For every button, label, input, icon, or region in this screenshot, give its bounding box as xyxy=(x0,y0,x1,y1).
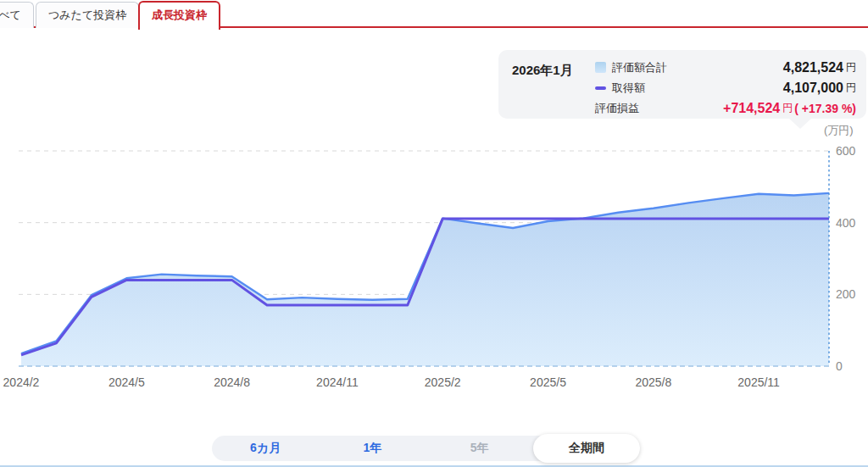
y-axis-label: 600 xyxy=(836,144,856,158)
y-axis-label: 200 xyxy=(836,287,856,301)
profit-unit: 円 xyxy=(782,101,793,115)
tooltip-rows: 評価額合計 4,821,524 円 取得額 4,107,000 円 評価損益 +… xyxy=(595,58,856,120)
cost-swatch-icon xyxy=(595,86,606,90)
profit-value: +714,524 xyxy=(723,101,780,116)
valuation-unit: 円 xyxy=(846,60,856,75)
x-axis-label: 2025/5 xyxy=(530,375,566,389)
x-axis-label: 2025/8 xyxy=(635,375,671,389)
period-6months[interactable]: 6カ月 xyxy=(212,436,319,461)
cost-value: 4,107,000 xyxy=(783,81,843,96)
period-all[interactable]: 全期間 xyxy=(533,436,640,461)
chart-tooltip: 2026年1月 評価額合計 4,821,524 円 取得額 4,107,000 … xyxy=(498,50,866,119)
profit-percent: ( +17.39 %) xyxy=(794,102,856,115)
x-axis-label: 2024/11 xyxy=(316,375,359,389)
x-axis-label: 2024/5 xyxy=(108,375,145,389)
tooltip-row-cost: 取得額 4,107,000 円 xyxy=(595,79,856,97)
cost-label: 取得額 xyxy=(612,81,645,96)
period-selector: 6カ月 1年 5年 全期間 xyxy=(212,436,640,461)
x-axis-label: 2025/11 xyxy=(737,375,780,389)
valuation-swatch-icon xyxy=(595,62,606,73)
x-axis-label: 2024/8 xyxy=(214,375,250,389)
period-5years[interactable]: 5年 xyxy=(426,436,533,461)
profit-label: 評価損益 xyxy=(595,101,639,116)
y-axis-label: 0 xyxy=(836,359,843,373)
valuation-value: 4,821,524 xyxy=(783,60,843,75)
tooltip-row-valuation: 評価額合計 4,821,524 円 xyxy=(595,58,856,76)
page: すべて つみたて投資枠 成長投資枠 (万円)02004006002024/220… xyxy=(0,0,868,467)
x-axis-label: 2024/2 xyxy=(3,375,40,389)
y-axis-label: 400 xyxy=(836,216,856,230)
valuation-label: 評価額合計 xyxy=(612,60,667,75)
cost-unit: 円 xyxy=(846,81,856,95)
y-axis-unit-label: (万円) xyxy=(824,124,854,136)
tab-growth-frame[interactable]: 成長投資枠 xyxy=(138,1,220,30)
period-1year[interactable]: 1年 xyxy=(319,436,426,461)
tooltip-date: 2026年1月 xyxy=(512,63,573,79)
tooltip-row-profit: 評価損益 +714,524 円 ( +17.39 %) xyxy=(595,99,856,117)
x-axis-label: 2025/2 xyxy=(425,375,461,389)
